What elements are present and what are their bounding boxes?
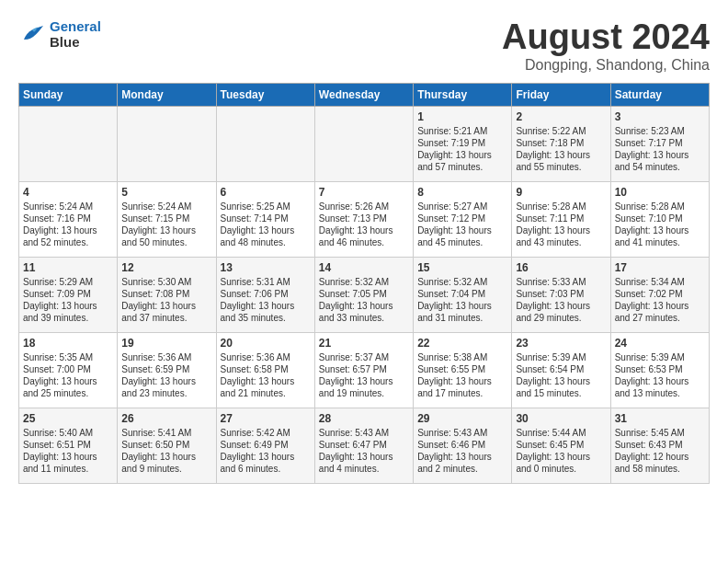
day-content: Sunrise: 5:30 AM (121, 276, 211, 288)
day-content: and 35 minutes. (221, 312, 311, 324)
day-content: Sunset: 6:57 PM (319, 363, 409, 375)
day-number: 8 (417, 186, 507, 199)
day-content: Sunrise: 5:38 AM (417, 351, 507, 363)
day-content: and 52 minutes. (23, 236, 113, 248)
day-number: 2 (516, 110, 606, 123)
day-number: 3 (615, 110, 705, 123)
calendar-cell: 10Sunrise: 5:28 AMSunset: 7:10 PMDayligh… (610, 181, 709, 257)
day-number: 25 (23, 412, 113, 425)
day-number: 18 (23, 337, 113, 350)
day-content: and 46 minutes. (319, 236, 409, 248)
day-number: 22 (417, 337, 507, 350)
day-content: and 45 minutes. (417, 236, 507, 248)
calendar-cell: 6Sunrise: 5:25 AMSunset: 7:14 PMDaylight… (216, 181, 314, 257)
day-content: Sunrise: 5:21 AM (417, 125, 507, 137)
subtitle: Dongping, Shandong, China (502, 57, 710, 74)
day-content: Sunset: 7:06 PM (221, 288, 311, 300)
day-content: Sunrise: 5:44 AM (516, 427, 606, 439)
day-content: Sunset: 6:53 PM (615, 363, 705, 375)
day-content: Sunrise: 5:36 AM (221, 351, 311, 363)
day-content: Daylight: 13 hours (615, 300, 705, 312)
day-content: and 43 minutes. (516, 236, 606, 248)
day-content: and 6 minutes. (221, 463, 311, 475)
calendar-cell: 21Sunrise: 5:37 AMSunset: 6:57 PMDayligh… (314, 332, 413, 408)
logo-text: General Blue (50, 18, 101, 50)
logo: General Blue (18, 18, 101, 50)
day-content: Sunset: 7:13 PM (319, 213, 409, 224)
week-row-1: 1Sunrise: 5:21 AMSunset: 7:19 PMDaylight… (19, 106, 710, 181)
day-content: and 21 minutes. (221, 387, 311, 399)
day-content: Sunrise: 5:39 AM (615, 351, 705, 363)
day-header-wednesday: Wednesday (314, 83, 413, 106)
day-number: 16 (516, 261, 606, 274)
calendar-cell: 2Sunrise: 5:22 AMSunset: 7:18 PMDaylight… (512, 106, 610, 181)
calendar-cell: 15Sunrise: 5:32 AMSunset: 7:04 PMDayligh… (414, 257, 512, 332)
day-content: and 4 minutes. (319, 463, 409, 475)
day-content: Sunset: 6:43 PM (615, 439, 705, 451)
day-number: 11 (23, 261, 113, 274)
day-number: 21 (319, 337, 409, 350)
day-content: Daylight: 13 hours (417, 149, 507, 161)
day-content: and 41 minutes. (615, 236, 705, 248)
day-content: and 25 minutes. (23, 387, 113, 399)
day-content: and 39 minutes. (23, 312, 113, 324)
day-content: Daylight: 13 hours (417, 375, 507, 387)
day-content: Daylight: 13 hours (417, 224, 507, 236)
day-content: Daylight: 13 hours (23, 375, 113, 387)
calendar-cell (118, 106, 216, 181)
day-content: Sunrise: 5:31 AM (221, 276, 311, 288)
day-content: Sunset: 7:02 PM (615, 288, 705, 300)
calendar-cell: 9Sunrise: 5:28 AMSunset: 7:11 PMDaylight… (512, 181, 610, 257)
day-content: and 29 minutes. (516, 312, 606, 324)
title-area: August 2024 Dongping, Shandong, China (502, 18, 710, 74)
day-content: and 27 minutes. (615, 312, 705, 324)
day-content: Sunset: 7:09 PM (23, 288, 113, 300)
day-content: Sunset: 7:15 PM (121, 213, 211, 224)
day-content: and 31 minutes. (417, 312, 507, 324)
day-header-thursday: Thursday (414, 83, 512, 106)
calendar-cell: 12Sunrise: 5:30 AMSunset: 7:08 PMDayligh… (118, 257, 216, 332)
day-content: Sunrise: 5:28 AM (516, 201, 606, 213)
calendar-cell: 28Sunrise: 5:43 AMSunset: 6:47 PMDayligh… (314, 408, 413, 483)
day-content: Sunrise: 5:40 AM (23, 427, 113, 439)
calendar-cell: 26Sunrise: 5:41 AMSunset: 6:50 PMDayligh… (118, 408, 216, 483)
day-content: Daylight: 13 hours (417, 300, 507, 312)
day-content: Daylight: 13 hours (615, 224, 705, 236)
day-number: 29 (417, 412, 507, 425)
day-content: Sunset: 7:04 PM (417, 288, 507, 300)
day-content: Daylight: 13 hours (23, 224, 113, 236)
day-content: Daylight: 13 hours (23, 451, 113, 463)
day-content: Sunrise: 5:43 AM (319, 427, 409, 439)
calendar-cell: 14Sunrise: 5:32 AMSunset: 7:05 PMDayligh… (314, 257, 413, 332)
day-content: Daylight: 13 hours (516, 149, 606, 161)
day-content: Sunset: 7:18 PM (516, 137, 606, 149)
day-number: 15 (417, 261, 507, 274)
day-content: Sunset: 7:05 PM (319, 288, 409, 300)
page-header: General Blue August 2024 Dongping, Shand… (18, 18, 710, 74)
calendar-cell: 18Sunrise: 5:35 AMSunset: 7:00 PMDayligh… (19, 332, 118, 408)
day-content: Sunset: 6:58 PM (221, 363, 311, 375)
day-number: 14 (319, 261, 409, 274)
day-content: and 54 minutes. (615, 161, 705, 173)
day-content: and 19 minutes. (319, 387, 409, 399)
day-number: 30 (516, 412, 606, 425)
day-content: Sunset: 6:51 PM (23, 439, 113, 451)
week-row-3: 11Sunrise: 5:29 AMSunset: 7:09 PMDayligh… (19, 257, 710, 332)
calendar-cell: 3Sunrise: 5:23 AMSunset: 7:17 PMDaylight… (610, 106, 709, 181)
day-content: Sunrise: 5:23 AM (615, 125, 705, 137)
calendar-cell (19, 106, 118, 181)
day-content: Sunset: 6:47 PM (319, 439, 409, 451)
day-content: Sunrise: 5:39 AM (516, 351, 606, 363)
calendar-cell (314, 106, 413, 181)
day-content: and 57 minutes. (417, 161, 507, 173)
day-content: Sunrise: 5:43 AM (417, 427, 507, 439)
calendar-cell (216, 106, 314, 181)
day-content: Sunset: 6:45 PM (516, 439, 606, 451)
week-row-2: 4Sunrise: 5:24 AMSunset: 7:16 PMDaylight… (19, 181, 710, 257)
day-number: 17 (615, 261, 705, 274)
day-header-tuesday: Tuesday (216, 83, 314, 106)
day-number: 13 (221, 261, 311, 274)
day-content: Sunrise: 5:24 AM (121, 201, 211, 213)
day-content: Daylight: 13 hours (615, 149, 705, 161)
day-content: Sunrise: 5:24 AM (23, 201, 113, 213)
